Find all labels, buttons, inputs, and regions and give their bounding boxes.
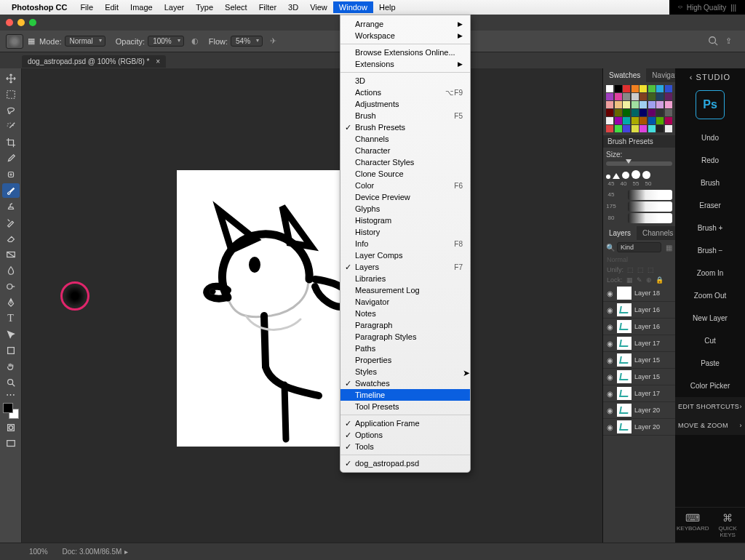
menu-item-glyphs[interactable]: Glyphs [340, 203, 470, 215]
layer-name[interactable]: Layer 20 [634, 407, 660, 414]
visibility-eye-icon[interactable]: ◉ [605, 340, 614, 348]
opacity-dropdown[interactable]: 100% [148, 36, 184, 47]
swatch[interactable] [640, 109, 647, 116]
menu-window[interactable]: Window [333, 1, 373, 13]
layer-thumbnail[interactable] [617, 370, 632, 383]
channels-tab[interactable]: Channels [637, 226, 675, 240]
eyedropper-tool[interactable] [2, 151, 20, 166]
menu-lines-icon[interactable]: ||| [730, 4, 736, 12]
layer-thumbnail[interactable] [617, 337, 632, 350]
doc-info-arrow-icon[interactable]: ▸ [124, 548, 128, 556]
swatch[interactable] [632, 117, 639, 124]
brush-size-num[interactable]: 55 [631, 180, 641, 187]
swatch[interactable] [623, 101, 630, 108]
dodge-tool[interactable] [2, 279, 20, 294]
document-tab[interactable]: dog_astropad.psd @ 100% (RGB/8) * × [22, 55, 166, 68]
swatch[interactable] [623, 125, 630, 132]
menu-item-paths[interactable]: Paths [340, 343, 470, 354]
visibility-eye-icon[interactable]: ◉ [605, 373, 614, 381]
zoom-level[interactable]: 100% [29, 548, 48, 556]
swatch[interactable] [665, 117, 672, 124]
menu-item-options[interactable]: ✓Options [340, 429, 470, 441]
menu-item-3d[interactable]: 3D [340, 75, 470, 87]
swatch[interactable] [648, 117, 656, 124]
shape-tool[interactable] [2, 343, 20, 358]
kind-dropdown[interactable]: Kind [617, 242, 661, 252]
swatch[interactable] [656, 125, 664, 132]
menu-item-tools[interactable]: ✓Tools [340, 441, 470, 452]
layer-name[interactable]: Layer 18 [634, 289, 660, 297]
blur-tool[interactable] [2, 263, 20, 278]
astropad-redo-button[interactable]: Redo [675, 149, 745, 172]
swatch[interactable] [623, 93, 630, 100]
swatch[interactable] [648, 85, 656, 92]
brush-size-num[interactable]: 45 [606, 180, 616, 187]
menu-type[interactable]: Type [190, 1, 219, 13]
swatch[interactable] [606, 117, 613, 124]
menu-edit[interactable]: Edit [99, 1, 124, 13]
gradient-tool[interactable] [2, 247, 20, 262]
menu-item-character[interactable]: Character [340, 145, 470, 156]
swatch[interactable] [648, 109, 656, 116]
layer-name[interactable]: Layer 15 [634, 373, 660, 380]
layers-tab[interactable]: Layers [603, 226, 637, 240]
hand-tool[interactable] [2, 359, 20, 374]
menu-item-brush-presets[interactable]: ✓Brush Presets [340, 121, 470, 133]
astropad-eraser-button[interactable]: Eraser [675, 194, 745, 217]
swatch[interactable] [665, 109, 672, 116]
airbrush-icon[interactable]: ✈ [270, 36, 276, 46]
menu-item-libraries[interactable]: Libraries [340, 273, 470, 284]
type-tool[interactable]: T [2, 311, 20, 326]
layer-row[interactable]: ◉Layer 16 [603, 302, 675, 319]
menu-help[interactable]: Help [373, 1, 402, 13]
menu-layer[interactable]: Layer [159, 1, 191, 13]
lock-all-icon[interactable]: 🔒 [656, 276, 664, 284]
astropad-brush--button[interactable]: Brush + [675, 217, 745, 239]
zoom-window-icon[interactable] [29, 19, 36, 26]
visibility-eye-icon[interactable]: ◉ [605, 306, 614, 314]
healing-brush-tool[interactable] [2, 167, 20, 182]
layer-thumbnail[interactable] [617, 353, 632, 367]
swatch[interactable] [648, 93, 656, 100]
menu-item-swatches[interactable]: ✓Swatches [340, 377, 470, 389]
layer-thumbnail[interactable] [617, 387, 632, 400]
layer-thumbnail[interactable] [617, 303, 632, 316]
menu-item-tool-presets[interactable]: Tool Presets [340, 401, 470, 412]
swatch[interactable] [632, 109, 639, 116]
menu-item-device-preview[interactable]: Device Preview [340, 191, 470, 203]
canvas-area[interactable] [22, 68, 602, 543]
blend-mode-dropdown[interactable]: Normal [607, 256, 672, 263]
crop-tool[interactable] [2, 135, 20, 150]
swatch[interactable] [656, 85, 664, 92]
unify-position-icon[interactable]: ⬚ [627, 266, 634, 273]
brush-presets-title[interactable]: Brush Presets [603, 135, 675, 148]
lock-transparent-icon[interactable]: ▦ [626, 276, 633, 284]
swatch[interactable] [615, 101, 622, 108]
menu-item-application-frame[interactable]: ✓Application Frame [340, 417, 470, 429]
visibility-eye-icon[interactable]: ◉ [605, 423, 614, 431]
menu-image[interactable]: Image [124, 1, 159, 13]
menu-item-info[interactable]: InfoF8 [340, 238, 470, 249]
astropad-cut-button[interactable]: Cut [675, 329, 745, 352]
swatch[interactable] [615, 109, 622, 116]
swatch[interactable] [656, 101, 664, 108]
menu-item-navigator[interactable]: Navigator [340, 296, 470, 308]
wifi-icon[interactable]: ⌔ [678, 4, 682, 12]
flow-dropdown[interactable]: 54% [231, 36, 263, 47]
layer-row[interactable]: ◉Layer 17 [603, 385, 675, 402]
swatch[interactable] [632, 125, 639, 132]
history-brush-tool[interactable] [2, 215, 20, 230]
move-tool[interactable] [2, 71, 20, 86]
menu-item-actions[interactable]: Actions⌥F9 [340, 87, 470, 98]
layer-name[interactable]: Layer 17 [634, 340, 660, 347]
swatch[interactable] [606, 109, 613, 116]
brush-stroke-sample[interactable] [628, 201, 672, 212]
menu-item-notes[interactable]: Notes [340, 308, 470, 319]
swatch[interactable] [640, 93, 647, 100]
swatch[interactable] [623, 85, 630, 92]
layer-thumbnail[interactable] [617, 404, 632, 417]
edit-shortcuts-button[interactable]: EDIT SHORTCUTS› [675, 397, 745, 416]
brush-stroke-sample[interactable] [628, 213, 672, 223]
screen-mode-icon[interactable] [2, 436, 20, 451]
layer-row[interactable]: ◉Layer 16 [603, 319, 675, 335]
